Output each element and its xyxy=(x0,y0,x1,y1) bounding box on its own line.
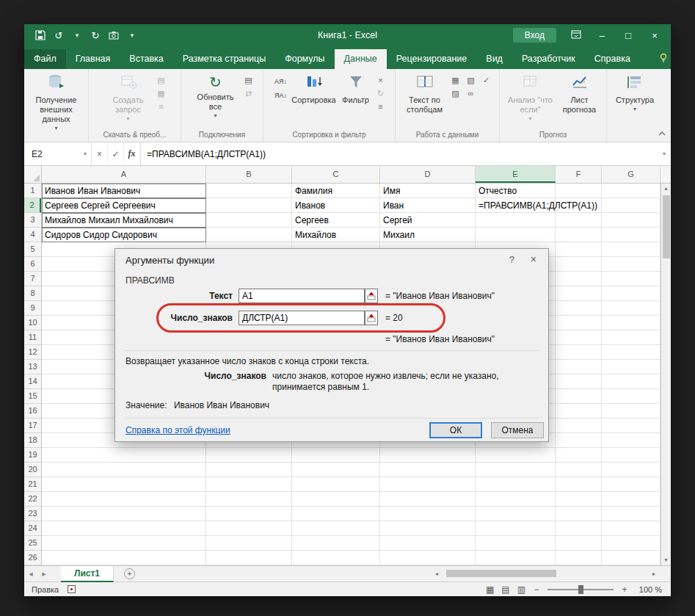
save-icon[interactable] xyxy=(34,29,46,41)
row-header-11[interactable]: 11 xyxy=(24,330,41,345)
remove-duplicates-icon[interactable]: ▧ xyxy=(465,75,477,86)
row-header-10[interactable]: 10 xyxy=(24,316,41,330)
zoom-slider[interactable] xyxy=(547,589,614,590)
minimize-button[interactable]: – xyxy=(596,30,608,41)
sort-descending-icon[interactable]: ЯА↓ xyxy=(272,89,290,101)
tab-insert[interactable]: Вставка xyxy=(120,49,172,69)
cell-D3[interactable]: Сергей xyxy=(383,213,474,228)
horizontal-scroll-thumb[interactable] xyxy=(446,570,556,577)
cell-D2[interactable]: Иван xyxy=(383,198,474,213)
zoom-out-icon[interactable]: − xyxy=(533,584,540,595)
row-header-25[interactable]: 25 xyxy=(24,536,41,551)
insert-function-icon[interactable]: fx xyxy=(124,142,140,165)
help-link[interactable]: Справка по этой функции xyxy=(125,425,230,435)
row-header-1[interactable]: 1 xyxy=(24,184,41,198)
row-header-6[interactable]: 6 xyxy=(24,257,41,272)
what-if-analysis-button[interactable]: ? Анализ "что если" ▾ xyxy=(505,71,556,122)
row-header-9[interactable]: 9 xyxy=(24,301,41,316)
column-header-G[interactable]: G xyxy=(602,166,661,183)
ok-button[interactable]: ОК xyxy=(429,422,482,438)
text-to-columns-button[interactable]: Текст по столбцам xyxy=(401,71,448,115)
flash-fill-icon[interactable]: ▦ xyxy=(450,75,462,86)
dialog-help-button[interactable]: ? xyxy=(509,254,514,265)
cell-A3[interactable]: Михайлов Михаил Михайлович xyxy=(45,213,205,228)
scroll-right-icon[interactable]: ▸ xyxy=(649,570,659,577)
collapse-dialog-button[interactable] xyxy=(365,289,378,303)
row-header-4[interactable]: 4 xyxy=(24,228,41,242)
forecast-sheet-button[interactable]: Лист прогноза xyxy=(558,71,602,115)
column-header-D[interactable]: D xyxy=(380,166,476,183)
tab-view[interactable]: Вид xyxy=(476,49,512,69)
tab-page-layout[interactable]: Разметка страницы xyxy=(173,49,275,69)
scroll-left-icon[interactable]: ◂ xyxy=(432,570,442,577)
sign-in-button[interactable]: Вход xyxy=(513,28,556,43)
page-layout-view-icon[interactable]: ▤ xyxy=(501,584,509,595)
tab-developer[interactable]: Разработчик xyxy=(512,49,585,69)
scroll-down-icon[interactable]: ▾ xyxy=(661,555,671,565)
data-validation-icon[interactable]: ✓ xyxy=(481,75,492,86)
row-header-17[interactable]: 17 xyxy=(24,418,41,433)
cell-D4[interactable]: Михаил xyxy=(383,228,474,242)
expand-formula-bar-icon[interactable]: ▾ xyxy=(658,142,671,165)
from-table-icon[interactable]: ▦ xyxy=(156,88,167,99)
column-header-A[interactable]: A xyxy=(42,166,206,183)
column-header-B[interactable]: B xyxy=(206,166,292,183)
redo-icon[interactable]: ↻ xyxy=(90,29,101,41)
cell-A2[interactable]: Сергеев Сергей Сергеевич xyxy=(45,198,205,213)
filter-button[interactable]: Фильтр xyxy=(338,71,374,105)
column-header-F[interactable]: F xyxy=(556,166,602,183)
row-header-7[interactable]: 7 xyxy=(24,272,41,286)
name-box-caret-icon[interactable]: ▾ xyxy=(84,151,87,157)
formula-input[interactable]: =ПРАВСИМВ(A1;ДЛСТР(A1)) xyxy=(140,142,658,165)
name-box[interactable]: E2 ▾ xyxy=(24,142,92,165)
edit-links-icon[interactable]: ⇄ xyxy=(243,88,255,99)
cell-C2[interactable]: Иванов xyxy=(295,198,379,213)
cell-A4[interactable]: Сидоров Сидор Сидорович xyxy=(45,228,205,242)
scroll-up-icon[interactable]: ▴ xyxy=(661,184,671,194)
column-header-C[interactable]: C xyxy=(292,166,380,183)
consolidate-icon[interactable]: ▨ xyxy=(450,88,462,99)
dialog-close-button[interactable]: × xyxy=(531,253,536,265)
row-header-15[interactable]: 15 xyxy=(24,389,41,404)
row-header-16[interactable]: 16 xyxy=(24,404,41,418)
refresh-all-button[interactable]: ↻ Обновить все ▾ xyxy=(190,71,241,119)
get-external-data-button[interactable]: Получение внешних данных ▾ xyxy=(27,71,86,131)
cell-E2[interactable]: =ПРАВСИМВ(A1;ДЛСТР(A1)) xyxy=(479,198,597,213)
zoom-level[interactable]: 100 % xyxy=(636,585,662,594)
sheet-tab-list1[interactable]: Лист1 xyxy=(61,566,114,582)
tab-formulas[interactable]: Формулы xyxy=(275,49,334,69)
cell-C3[interactable]: Сергеев xyxy=(295,213,379,228)
row-header-8[interactable]: 8 xyxy=(24,286,41,301)
collapse-dialog-button[interactable] xyxy=(365,311,378,325)
row-header-21[interactable]: 21 xyxy=(24,477,41,492)
row-header-22[interactable]: 22 xyxy=(24,492,41,507)
cell-C1[interactable]: Фамилия xyxy=(295,184,379,198)
row-header-3[interactable]: 3 xyxy=(24,213,41,228)
relationships-icon[interactable]: ∞ xyxy=(465,88,477,99)
cancel-entry-icon[interactable]: × xyxy=(92,142,108,165)
advanced-filter-icon[interactable]: ≡ xyxy=(375,101,387,112)
reapply-filter-icon[interactable]: ↻ xyxy=(375,88,387,99)
row-header-24[interactable]: 24 xyxy=(24,521,41,536)
outline-button[interactable]: Структура ▾ xyxy=(609,71,661,112)
recent-sources-icon[interactable]: ≡ xyxy=(156,101,167,112)
num-chars-input[interactable] xyxy=(239,311,365,325)
cell-C4[interactable]: Михайлов xyxy=(295,228,379,242)
cell-A1[interactable]: Иванов Иван Иванович xyxy=(45,184,205,198)
collapse-ribbon-icon[interactable] xyxy=(658,126,666,139)
row-header-19[interactable]: 19 xyxy=(24,448,41,463)
sort-button[interactable]: Сортировка xyxy=(291,71,337,105)
select-all-corner[interactable] xyxy=(24,166,42,183)
tab-file[interactable]: Файл xyxy=(24,49,66,69)
sort-ascending-icon[interactable]: АЯ↓ xyxy=(272,75,290,87)
clear-filter-icon[interactable]: × xyxy=(375,75,387,86)
sheet-nav-right-icon[interactable]: ▸ xyxy=(37,569,51,579)
cell-E1[interactable]: Отчество xyxy=(479,184,554,198)
vertical-scrollbar[interactable]: ▴ ▾ xyxy=(661,184,671,565)
row-header-20[interactable]: 20 xyxy=(24,463,41,477)
cell-D1[interactable]: Имя xyxy=(383,184,474,198)
show-queries-icon[interactable]: ▤ xyxy=(156,75,167,86)
horizontal-scroll-track[interactable] xyxy=(442,570,649,577)
normal-view-icon[interactable]: ▦ xyxy=(486,584,494,595)
text-argument-input[interactable] xyxy=(239,289,365,303)
